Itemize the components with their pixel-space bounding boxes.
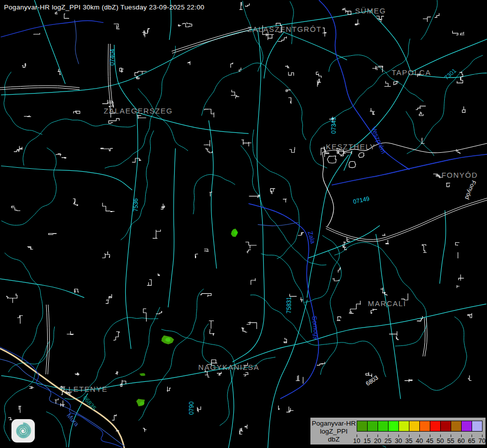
settlement-boundary [460,32,464,35]
road-label: 06835 [82,394,97,412]
main-road-line [172,29,252,53]
settlement-boundary [290,294,297,297]
settlement-boundary [342,8,351,15]
settlement-boundary [147,280,151,286]
main-road-line [423,318,425,356]
city-label: LETENYE [69,385,108,393]
settlement-boundary [204,109,214,117]
road-line [412,39,487,72]
legend-unit: dbZ [311,436,356,443]
main-road-line [0,88,80,90]
settlement-boundary [457,77,463,83]
settlement-boundary [56,154,62,156]
road-label: 7301 [443,67,458,81]
stream-line [406,112,434,156]
settlement-boundary [102,203,110,211]
main-road-line [0,86,80,88]
settlement-boundary [110,212,114,212]
settlement-boundary [102,254,105,258]
stream-line [193,174,235,214]
settlement-boundary [419,112,423,116]
settlement-boundary [316,72,322,78]
settlement-boundary [385,81,391,87]
main-road-line [326,200,487,241]
road-label: Fonyód [464,179,478,200]
settlement-boundary [289,98,291,104]
settlement-boundary [338,267,341,272]
settlement-boundary [457,285,460,288]
river-line [319,0,379,144]
legend-color-cell [472,421,483,432]
city-label: SÜMEG [355,6,387,15]
legend-color-cell [398,421,409,432]
settlement-boundary [245,3,249,6]
settlement-boundary [286,90,291,92]
settlement-boundary [371,309,377,313]
road-line [369,10,411,72]
marsh-outline [349,161,356,168]
settlement-boundary [17,316,23,324]
settlement-boundary [323,28,326,36]
settlement-boundary [317,362,325,366]
stream-line [4,253,43,361]
settlement-boundary [74,111,80,113]
settlement-boundary [49,233,57,234]
settlement-boundary [204,140,210,146]
settlement-boundary [108,118,119,123]
road-line [1,166,132,190]
settlement-boundary [64,14,69,18]
settlement-boundary [332,278,339,281]
settlement-boundary [317,79,321,87]
road-line [0,279,84,298]
radar-title: Poganyvar-HR logZ_PPI 30km (dbZ) Tuesday… [4,3,204,11]
road-line [34,0,65,84]
road-line [388,306,400,399]
settlement-boundary [242,140,252,146]
settlement-boundary [101,148,113,151]
settlement-boundary [231,90,239,99]
settlement-boundary [279,406,280,410]
legend-color-cell [440,421,451,432]
settlement-boundary [462,107,465,112]
stream-line [329,55,424,102]
settlement-boundary [249,195,260,198]
settlement-boundary [112,415,116,421]
settlement-boundary [460,72,463,77]
settlement-boundary [200,294,211,297]
settlement-boundary [206,148,212,153]
road-label: 7536 [132,198,139,212]
settlement-boundary [148,28,149,32]
city-label: ZALASZENTGRÓT [247,25,322,33]
stream-line [161,329,234,426]
settlement-boundary [22,64,25,68]
road-line [376,234,387,307]
river-line [1,21,103,37]
settlement-boundary [114,332,119,340]
legend-radar-name: Poganyvar-HR [311,420,356,427]
marsh-outline [359,153,364,158]
settlement-boundary [240,428,243,434]
settlement-boundary [158,273,160,276]
settlement-boundary [27,247,33,249]
map-roads [0,0,487,448]
legend-color-cell [357,421,368,432]
road-line [168,148,176,307]
settlement-boundary [453,31,458,35]
settlement-boundary [210,329,214,335]
settlement-boundary [161,204,165,210]
settlement-boundary [435,13,439,18]
legend-product-name: logZ_PPI [311,428,356,435]
settlement-boundary [289,72,294,76]
main-road-line [48,305,49,374]
settlement-boundary [9,294,17,303]
settlement-boundary [105,251,110,257]
settlement-boundary [271,189,275,194]
settlement-boundary [143,309,146,322]
road-line [440,211,446,284]
settlement-boundary [390,332,397,336]
road-label: 07404 [109,49,116,66]
radar-echoes [136,228,238,406]
settlement-boundary [290,147,295,153]
settlement-boundary [6,296,9,299]
main-road-line [326,198,487,239]
